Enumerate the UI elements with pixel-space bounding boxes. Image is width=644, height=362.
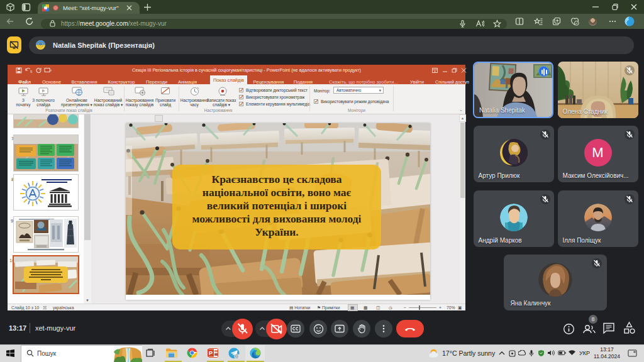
svg-text:5: 5 (30, 70, 33, 74)
svg-text:P: P (209, 350, 213, 356)
svg-text:33: 33 (235, 354, 239, 358)
